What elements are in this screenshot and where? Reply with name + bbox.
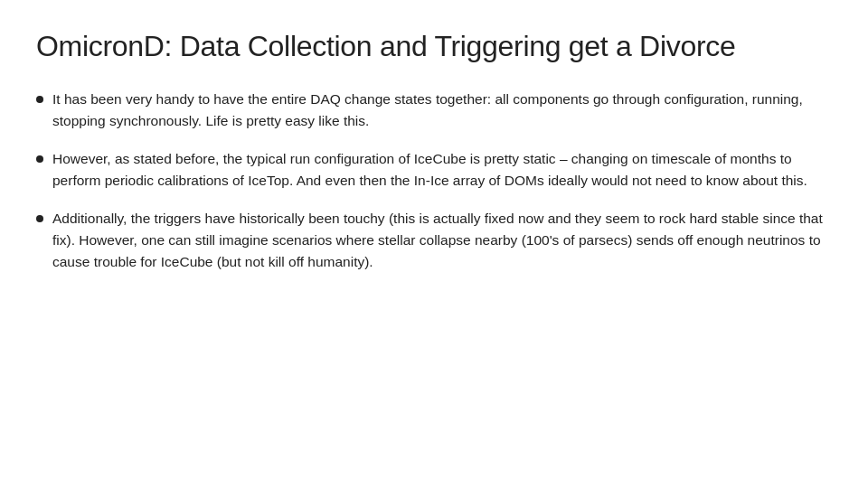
- list-item: It has been very handy to have the entir…: [36, 89, 832, 132]
- list-item: Additionally, the triggers have historic…: [36, 208, 832, 273]
- list-item: However, as stated before, the typical r…: [36, 148, 832, 192]
- bullet-text-3: Additionally, the triggers have historic…: [52, 208, 832, 273]
- slide-title: OmicronD: Data Collection and Triggering…: [36, 29, 832, 63]
- bullet-text-1: It has been very handy to have the entir…: [52, 89, 832, 132]
- bullet-text-2: However, as stated before, the typical r…: [52, 148, 832, 192]
- bullet-dot-1: [36, 96, 43, 103]
- bullet-dot-3: [36, 215, 43, 222]
- bullet-dot-2: [36, 155, 43, 163]
- slide: OmicronD: Data Collection and Triggering…: [0, 0, 868, 488]
- bullet-list: It has been very handy to have the entir…: [36, 89, 832, 273]
